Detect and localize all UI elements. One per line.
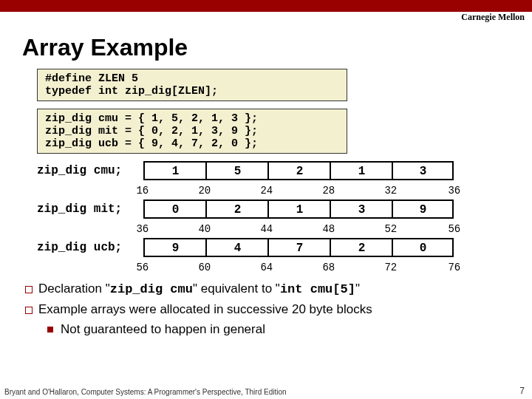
array-mit: zip_dig mit; 0 2 1 3 9 36 40 44 48 52 56 [37,200,532,235]
bullet-2: Example arrays were allocated in success… [22,301,532,318]
addr: 56 [136,262,198,273]
footer-text: Bryant and O'Hallaron, Computer Systems:… [4,388,287,396]
addr: 64 [260,262,322,273]
array-diagrams: zip_dig cmu; 1 5 2 1 3 16 20 24 28 32 36… [37,161,532,273]
addr: 28 [322,185,384,197]
cell: 9 [392,200,454,219]
array-cmu-label: zip_dig cmu; [37,161,140,177]
code-box-defs: #define ZLEN 5 typedef int zip_dig[ZLEN]… [37,69,347,101]
array-mit-label: zip_dig mit; [37,200,140,216]
cell: 1 [267,200,330,219]
addr: 56 [448,223,463,235]
cell: 2 [205,200,267,219]
cell: 9 [143,238,205,257]
cell: 3 [392,161,454,180]
addr: 72 [384,262,446,273]
cell: 5 [205,161,267,180]
addr: 16 [136,185,198,197]
addr: 24 [260,185,322,197]
addr: 36 [136,223,198,235]
addr: 36 [448,185,463,197]
addr: 60 [198,262,260,273]
cell: 0 [143,200,205,219]
header-bar [0,0,532,12]
cell: 1 [330,161,392,180]
addr: 68 [322,262,384,273]
cell: 4 [205,238,267,257]
cell: 3 [330,200,392,219]
code-box-inits: zip_dig cmu = { 1, 5, 2, 1, 3 }; zip_dig… [37,109,347,154]
bullet-list: Declaration "zip_dig cmu" equivalent to … [22,281,532,338]
brand-label: Carnegie Mellon [461,12,525,23]
bullet-3: Not guaranteed to happen in general [44,321,532,338]
cell: 2 [330,238,392,257]
array-ucb-label: zip_dig ucb; [37,238,140,254]
addr: 32 [384,185,446,197]
addr: 44 [260,223,322,235]
array-cmu: zip_dig cmu; 1 5 2 1 3 16 20 24 28 32 36 [37,161,532,197]
array-ucb: zip_dig ucb; 9 4 7 2 0 56 60 64 68 72 76 [37,238,532,273]
addr: 52 [384,223,446,235]
page-title: Array Example [22,34,532,61]
addr: 40 [198,223,260,235]
addr: 76 [448,262,463,273]
cell: 2 [267,161,330,180]
cell: 1 [143,161,205,180]
page-number: 7 [519,386,525,396]
cell: 0 [392,238,454,257]
addr: 20 [198,185,260,197]
cell: 7 [267,238,330,257]
bullet-1: Declaration "zip_dig cmu" equivalent to … [22,281,532,299]
addr: 48 [322,223,384,235]
